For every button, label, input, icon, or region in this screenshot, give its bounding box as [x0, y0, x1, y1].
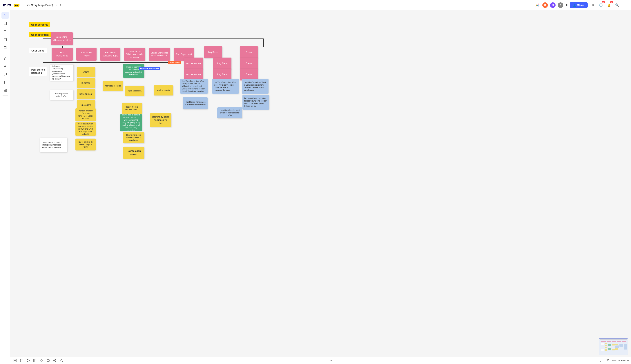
avatar-user2: M	[550, 2, 556, 8]
zoom-out-button[interactable]: −	[618, 359, 620, 362]
share-button[interactable]: 👤 Share	[570, 2, 588, 8]
story-learning-by-doing[interactable]: learning by doing and repeating this	[150, 113, 171, 127]
task-select-topic[interactable]: Select Most Valueable Topic	[100, 48, 120, 61]
task-next-experiment-2[interactable]: next Experiment	[184, 68, 203, 80]
tool-comment[interactable]	[2, 70, 9, 78]
tool-more[interactable]: ···	[2, 97, 9, 104]
svg-point-50	[27, 359, 30, 362]
story-environments[interactable]: environments	[154, 86, 173, 96]
tool-grid[interactable]	[2, 87, 9, 94]
theme-card[interactable]: ValueCamp <Theme> Initiative	[51, 32, 73, 45]
svg-rect-35	[615, 346, 619, 348]
task-shared-workspace[interactable]: Shared Workspace (Exa: VM/Ubuntu)	[149, 48, 170, 61]
svg-rect-30	[605, 345, 607, 346]
bottom-tool-5[interactable]	[39, 358, 44, 363]
story-category[interactable]: Category:- Expetises by ValuecampsQuesti…	[50, 64, 74, 81]
task-demo-2[interactable]: Demo	[240, 58, 258, 70]
story-experiment-vr[interactable]: I as ValueCamp User Want to experiment (…	[180, 79, 208, 94]
task-demo-3[interactable]: Demo	[240, 68, 258, 80]
story-value-maintained[interactable]: How to make sure value is created & main…	[123, 132, 144, 143]
svg-marker-58	[60, 359, 63, 362]
bottom-tool-3[interactable]	[26, 358, 31, 363]
party-icon[interactable]: 🎉	[534, 2, 540, 8]
expand-icon[interactable]: ⛶	[598, 358, 604, 363]
svg-rect-48	[15, 361, 16, 362]
story-understand-topics[interactable]: Understand which topics are suitable for…	[75, 122, 96, 136]
story-promote-vdo[interactable]: How to promote ValueDevOps	[50, 90, 74, 100]
story-topic-code-test[interactable]: 'Topic' - Code & Test Examples ...	[122, 103, 142, 114]
story-activities-per-topics[interactable]: Activities per Topics	[103, 81, 123, 91]
chevron-icon[interactable]: «	[329, 358, 334, 363]
story-record-demo[interactable]: I as ValueCamp User Want to record our D…	[243, 95, 269, 110]
story-use-workspaces[interactable]: I want to use workspaces to experience t…	[183, 97, 207, 109]
task-demo-1[interactable]: Demo	[240, 46, 258, 58]
collab-count: 2	[566, 4, 567, 6]
notifications-icon[interactable]: 🕐 28	[598, 2, 604, 8]
bottom-tool-7[interactable]	[52, 358, 57, 363]
svg-rect-26	[617, 341, 621, 342]
story-topic-usecases[interactable]: 'Topic' Usecases...	[125, 86, 144, 96]
task-log-steps-1[interactable]: Log Steps	[204, 46, 222, 58]
minimap[interactable]	[599, 338, 628, 355]
user-stories-label: User storiesRelease 1	[29, 67, 47, 76]
bottom-tool-8[interactable]	[59, 358, 64, 363]
svg-rect-11	[4, 89, 5, 90]
tool-pen[interactable]	[2, 54, 9, 62]
story-align-value[interactable]: How to align value?	[123, 147, 144, 159]
zoom-in-button[interactable]: +	[627, 359, 629, 362]
svg-line-5	[4, 57, 6, 59]
story-development[interactable]: Development	[77, 89, 95, 99]
board: User persona User activities User tasks …	[10, 10, 267, 175]
story-contact-specialists[interactable]: I as user want to contact other speciali…	[40, 138, 67, 152]
star-icon[interactable]: ☆	[55, 4, 58, 6]
story-learn-basics[interactable]: I want to learn the basics of the mappin…	[123, 64, 144, 78]
svg-rect-36	[619, 344, 623, 346]
svg-rect-51	[34, 359, 35, 362]
story-inventory-workspaces[interactable]: I want an Inventory of sharable workspac…	[75, 108, 96, 121]
svg-rect-39	[608, 348, 611, 350]
filter-icon[interactable]: ⊟	[526, 2, 532, 8]
document-title[interactable]: User Story Map (Basic)	[25, 4, 53, 6]
story-values[interactable]: Values	[77, 67, 95, 77]
svg-rect-22	[600, 340, 627, 340]
bottom-tool-1[interactable]	[13, 358, 18, 363]
fit-icon[interactable]: ⟷	[612, 358, 617, 363]
svg-rect-41	[601, 348, 604, 351]
bottom-tool-6[interactable]	[46, 358, 51, 363]
tool-cursor[interactable]: ↖	[2, 12, 9, 19]
tool-text[interactable]: T	[2, 28, 9, 35]
upload-icon[interactable]: ↑	[60, 4, 61, 7]
task-next-experiment-1[interactable]: next Experiment	[184, 58, 203, 70]
story-demo-experiments[interactable]: I as ValueCamp User Want to Demo our exp…	[242, 79, 269, 94]
canvas[interactable]: User persona User activities User tasks …	[10, 10, 631, 357]
tool-shape[interactable]	[2, 44, 9, 51]
tool-sticky[interactable]	[2, 36, 9, 43]
tool-frame[interactable]	[2, 20, 9, 27]
task-log-steps-2[interactable]: Log Steps	[213, 58, 232, 70]
story-business[interactable]: Business	[77, 78, 95, 88]
task-log-steps-3[interactable]: Log Steps	[213, 68, 232, 80]
task-inventory-topics[interactable]: Inventory of Topics	[76, 48, 97, 61]
free-badge: free	[14, 4, 20, 6]
task-find-participants[interactable]: FindParticipants	[52, 48, 73, 61]
apps-icon[interactable]: ☰	[622, 2, 628, 8]
settings-icon[interactable]: ⚙	[590, 2, 596, 8]
avatar-user1: O	[542, 2, 548, 8]
tool-crop[interactable]	[2, 79, 9, 86]
svg-rect-31	[605, 346, 607, 348]
story-select-workspace[interactable]: I want to select the most preferred work…	[217, 108, 242, 118]
bottom-tool-2[interactable]	[19, 358, 24, 363]
user-persona-label: User persona	[29, 22, 50, 27]
story-contact-end-users[interactable]: I have a lot of contact with end users i…	[120, 114, 142, 131]
svg-rect-34	[615, 344, 617, 345]
map-icon[interactable]: 🗺	[605, 358, 610, 363]
story-log-experiments[interactable]: I as ValueCamp User Want to log my exper…	[212, 79, 239, 94]
svg-rect-40	[612, 348, 615, 350]
alerts-icon[interactable]: 🔔 1	[606, 2, 612, 8]
bottom-tool-4[interactable]	[32, 358, 38, 363]
topbar: miro free | User Story Map (Basic) ☆ ↑ ⊟…	[0, 0, 631, 10]
tool-marker[interactable]: A	[2, 62, 9, 70]
story-timebox[interactable]: How to timebox the different steps in US…	[75, 138, 96, 150]
search-icon[interactable]: 🔍	[614, 2, 620, 8]
task-define-story[interactable]: Define Story? What value should be creat…	[124, 48, 145, 61]
